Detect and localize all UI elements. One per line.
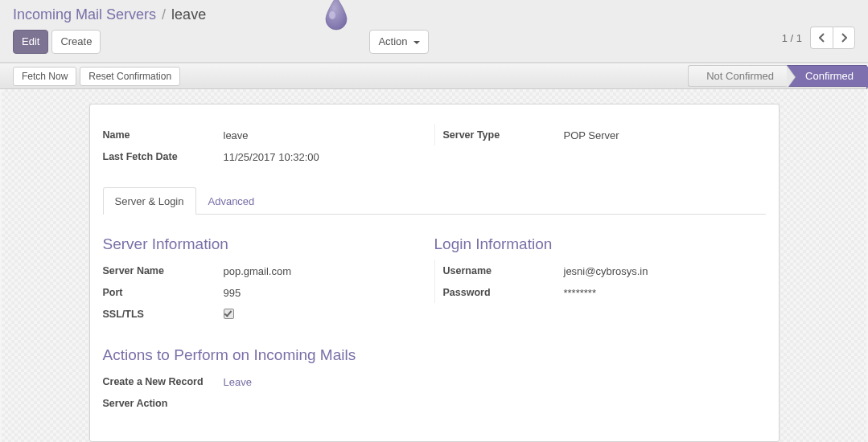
form-sheet: Name leave Last Fetch Date 11/25/2017 10… bbox=[89, 104, 780, 442]
chevron-down-icon bbox=[413, 41, 420, 44]
last-fetch-label: Last Fetch Date bbox=[103, 149, 224, 162]
chevron-left-icon bbox=[819, 33, 825, 43]
server-type-value: POP Server bbox=[564, 128, 751, 141]
tab-server-login[interactable]: Server & Login bbox=[103, 187, 196, 215]
section-actions-title: Actions to Perform on Incoming Mails bbox=[103, 346, 766, 364]
pager-next-button[interactable] bbox=[833, 27, 855, 49]
username-value: jesni@cybrosys.in bbox=[564, 264, 751, 277]
section-login-info-title: Login Information bbox=[434, 235, 751, 253]
fetch-now-button[interactable]: Fetch Now bbox=[13, 67, 76, 86]
tab-advanced[interactable]: Advanced bbox=[196, 187, 267, 215]
name-label: Name bbox=[103, 128, 224, 141]
create-record-value[interactable]: Leave bbox=[224, 374, 420, 388]
port-label: Port bbox=[103, 285, 224, 298]
action-dropdown-label: Action bbox=[378, 35, 407, 47]
control-panel: Incoming Mail Servers / leave Edit Creat… bbox=[0, 0, 868, 63]
reset-confirmation-button[interactable]: Reset Confirmation bbox=[80, 67, 180, 86]
tabs: Server & Login Advanced bbox=[103, 186, 766, 215]
server-action-label: Server Action bbox=[103, 396, 224, 409]
checkbox-checked-icon bbox=[224, 309, 234, 319]
pager-text: 1 / 1 bbox=[782, 32, 802, 44]
username-label: Username bbox=[443, 264, 564, 276]
svg-point-0 bbox=[329, 11, 335, 19]
pager-prev-button[interactable] bbox=[810, 27, 833, 49]
name-value: leave bbox=[224, 128, 420, 141]
stage-confirmed[interactable]: Confirmed bbox=[787, 65, 866, 87]
breadcrumb-root[interactable]: Incoming Mail Servers bbox=[13, 6, 156, 23]
create-record-label: Create a New Record bbox=[103, 374, 224, 387]
status-stages: Not Confirmed Confirmed bbox=[688, 65, 866, 87]
chevron-right-icon bbox=[841, 33, 847, 43]
breadcrumb-current: leave bbox=[171, 6, 206, 23]
port-value: 995 bbox=[224, 285, 420, 299]
password-value: ******** bbox=[564, 285, 751, 299]
server-name-value: pop.gmail.com bbox=[224, 264, 420, 277]
server-action-value bbox=[224, 396, 420, 398]
last-fetch-value: 11/25/2017 10:32:00 bbox=[224, 149, 420, 163]
server-name-label: Server Name bbox=[103, 264, 224, 276]
status-bar: Fetch Now Reset Confirmation Not Confirm… bbox=[0, 63, 868, 89]
password-label: Password bbox=[443, 285, 564, 298]
ssl-value bbox=[224, 307, 420, 321]
edit-button[interactable]: Edit bbox=[13, 30, 48, 54]
stage-not-confirmed[interactable]: Not Confirmed bbox=[688, 65, 787, 87]
pager: 1 / 1 bbox=[782, 27, 855, 49]
breadcrumb: Incoming Mail Servers / leave bbox=[13, 6, 855, 27]
ssl-label: SSL/TLS bbox=[103, 307, 224, 320]
form-background: Name leave Last Fetch Date 11/25/2017 10… bbox=[2, 89, 866, 442]
server-type-label: Server Type bbox=[443, 128, 564, 141]
create-button[interactable]: Create bbox=[51, 30, 101, 54]
section-server-info-title: Server Information bbox=[103, 235, 420, 253]
action-dropdown[interactable]: Action bbox=[369, 30, 429, 54]
